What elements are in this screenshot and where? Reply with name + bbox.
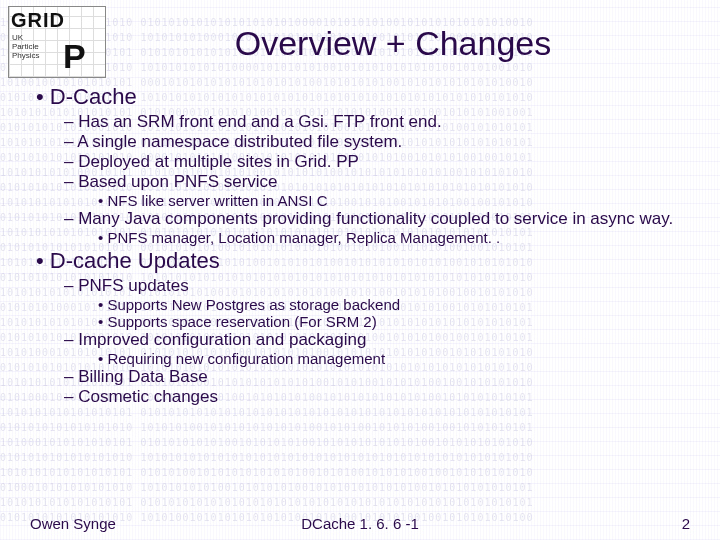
footer-center: DCache 1. 6. 6 -1 — [0, 515, 720, 532]
list-item: A single namespace distributed file syst… — [64, 132, 690, 152]
logo-text-grid: GRID — [11, 9, 65, 32]
gridpp-logo: GRID UK Particle Physics P — [8, 6, 106, 78]
list-item: Improved configuration and packaging — [64, 330, 690, 350]
logo-subtext: UK Particle Physics — [12, 33, 40, 60]
header: GRID UK Particle Physics P Overview + Ch… — [0, 0, 720, 78]
slide: GRID UK Particle Physics P Overview + Ch… — [0, 0, 720, 540]
list-item: Based upon PNFS service — [64, 172, 690, 192]
list-item: Has an SRM front end and a Gsi. FTP fron… — [64, 112, 690, 132]
list-item: Requiring new configuration management — [98, 350, 690, 367]
footer: Owen Synge DCache 1. 6. 6 -1 2 — [0, 515, 720, 532]
section-heading-dcache: D-Cache — [36, 84, 690, 110]
list-item: PNFS manager, Location manager, Replica … — [98, 229, 690, 246]
list-item: Supports New Postgres as storage backend — [98, 296, 690, 313]
list-item: Supports space reservation (For SRM 2) — [98, 313, 690, 330]
slide-title: Overview + Changes — [106, 0, 720, 63]
list-item: NFS like server written in ANSI C — [98, 192, 690, 209]
section-heading-updates: D-cache Updates — [36, 248, 690, 274]
list-item: Many Java components providing functiona… — [64, 209, 690, 229]
list-item: Cosmetic changes — [64, 387, 690, 407]
slide-body: D-Cache Has an SRM front end and a Gsi. … — [0, 78, 720, 407]
list-item: Deployed at multiple sites in Grid. PP — [64, 152, 690, 172]
list-item: PNFS updates — [64, 276, 690, 296]
list-item: Billing Data Base — [64, 367, 690, 387]
logo-big-p: P — [63, 37, 86, 76]
